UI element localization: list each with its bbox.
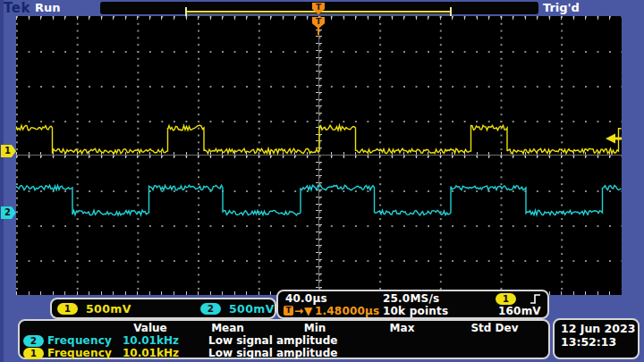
measurement-name: Frequency [47,347,112,359]
trigger-level: 160mV [498,305,541,317]
trigger-delay-value: 1.48000µs [315,305,379,317]
record-length: 10k points [383,305,448,317]
channel-scale-readout: 1 500mV 2 500mV [50,298,276,319]
record-view-end-bracket [450,7,452,16]
trigger-position-stem [318,28,319,35]
measurement-value: 10.01kHz [115,334,185,347]
col-header-mean: Mean [185,322,270,334]
measurement-header-row: Value Mean Min Max Std Dev [23,322,545,334]
trigger-status: Trig'd [543,1,580,14]
screen-bezel-edge [0,0,4,362]
timebase-trigger-readout: 40.0µs 25.0MS/s 1 T → ▼ 1.48000µs 10k po… [276,290,549,319]
trigger-delay-icon: T [284,306,293,316]
col-header-value: Value [115,322,185,334]
trace-ch2 [16,185,622,215]
delay-marker-icon: ▼ [304,305,312,317]
col-header-stddev: Std Dev [445,322,545,334]
channel2-ground-marker: 2 [1,206,16,219]
record-view-start-bracket [185,7,187,16]
graticule [16,16,622,295]
trigger-source-badge: 1 [496,293,516,305]
measurement-note: Low signal amplitude [185,347,545,359]
row-channel2-badge: 2 [23,335,44,347]
channel2-scale: 500mV [229,302,275,316]
oscilloscope-screen: Tek Run T Trig'd T 1 2 1 500mV 2 500mV 4… [0,0,644,362]
date-label: 12 Jun 2023 [561,322,638,335]
measurement-value: 10.01kHz [115,347,185,359]
trigger-level-arrow-icon [606,134,622,144]
channel2-badge: 2 [200,303,221,315]
channel1-ground-marker: 1 [1,145,16,157]
measurement-name: Frequency [47,334,112,347]
timebase-scale: 40.0µs [285,292,327,305]
acquisition-status: Run [35,1,61,14]
time-label: 13:52:13 [561,335,638,349]
tek-logo: Tek [4,0,30,16]
measurement-table: Value Mean Min Max Std Dev 2 Frequency 1… [18,319,550,359]
col-header-min: Min [270,322,360,334]
channel1-scale: 500mV [86,302,131,316]
rising-edge-icon [530,293,541,305]
waveform-svg [16,16,622,295]
trace-ch1 [16,125,622,154]
col-header-max: Max [360,322,445,334]
datetime-readout: 12 Jun 2023 13:52:13 [553,318,640,359]
sample-rate: 25.0MS/s [383,292,439,305]
measurement-note: Low signal amplitude [185,334,545,347]
channel1-badge: 1 [57,303,78,315]
measurement-row-ch1: 1 Frequency 10.01kHz Low signal amplitud… [23,347,545,359]
delay-arrow: → [294,305,303,317]
row-channel1-badge: 1 [23,348,44,359]
measurement-row-ch2: 2 Frequency 10.01kHz Low signal amplitud… [23,334,545,347]
